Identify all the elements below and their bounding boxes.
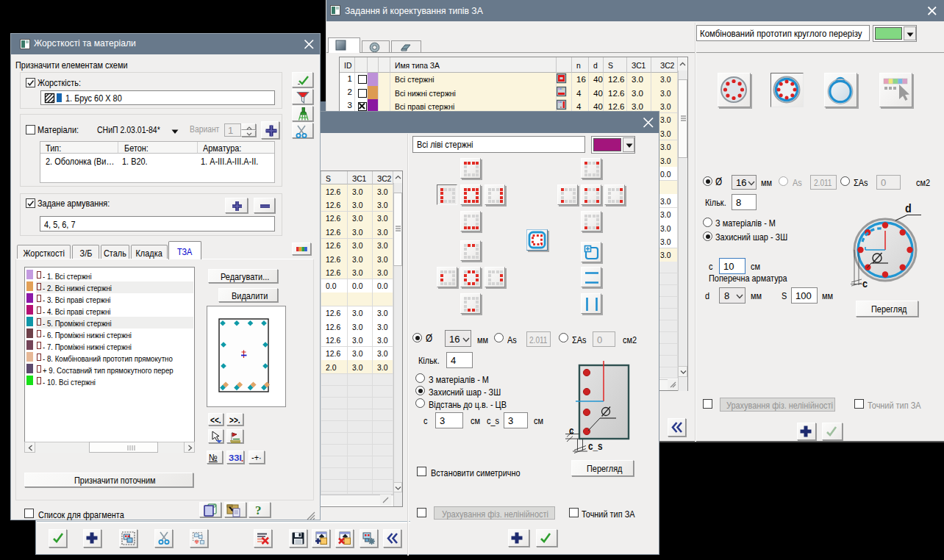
- svg-text:?: ?: [255, 503, 262, 517]
- svg-text:ЗЗІ: ЗЗІ: [229, 453, 242, 462]
